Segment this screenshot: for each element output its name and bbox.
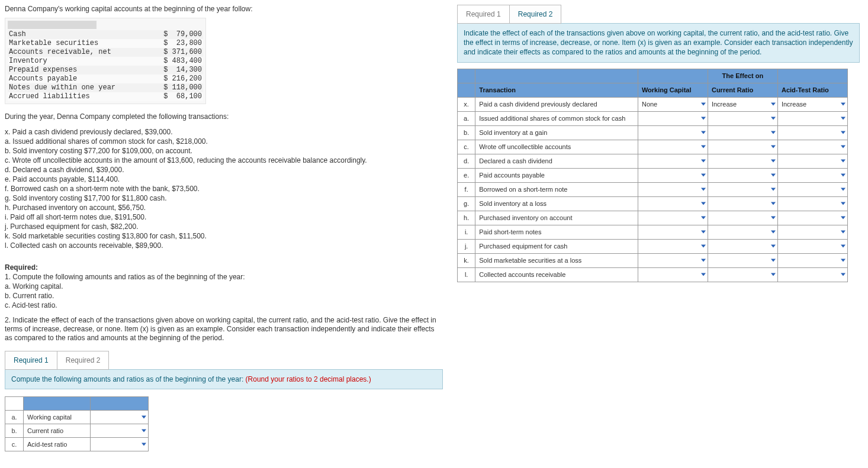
acid-test-ratio-select[interactable] [777, 125, 847, 140]
effects-row-desc: Paid a cash dividend previously declared [475, 97, 638, 111]
acid-test-ratio-select[interactable] [777, 140, 847, 154]
col-transaction: Transaction [475, 83, 638, 97]
current-ratio-select[interactable] [708, 211, 777, 225]
account-amount: $ 483,400 [163, 57, 202, 66]
transaction-line: j. Purchased equipment for cash, $82,200… [5, 222, 443, 231]
account-row: Accrued liabilities$ 68,100 [8, 92, 203, 101]
effects-row: e.Paid accounts payable [458, 168, 848, 182]
ratio-row-label: b. [5, 424, 24, 438]
effects-row: i.Paid short-term notes [458, 225, 848, 239]
ratio-input[interactable] [91, 438, 149, 451]
effects-row-desc: Collected accounts receivable [475, 267, 638, 282]
effects-row-desc: Paid accounts payable [475, 168, 638, 182]
acid-test-ratio-select[interactable]: Increase [777, 97, 847, 111]
rounding-note: (Round your ratios to 2 decimal places.) [246, 375, 371, 383]
acid-test-ratio-select[interactable] [777, 211, 847, 225]
effects-row: x.Paid a cash dividend previously declar… [458, 97, 848, 111]
working-capital-select[interactable] [638, 182, 708, 196]
effects-row: j.Purchased equipment for cash [458, 239, 848, 253]
effects-row-label: e. [458, 168, 475, 182]
effects-row-label: g. [458, 196, 475, 211]
current-ratio-select[interactable] [708, 267, 777, 282]
working-capital-select[interactable] [638, 111, 708, 125]
working-capital-select[interactable] [638, 196, 708, 211]
effects-row-desc: Sold inventory at a loss [475, 196, 638, 211]
effects-table: The Effect on Transaction Working Capita… [457, 69, 848, 282]
acid-test-ratio-select[interactable] [777, 182, 847, 196]
working-capital-select[interactable]: None [638, 97, 708, 111]
acid-test-ratio-select[interactable] [777, 267, 847, 282]
ratio-row-desc: Working capital [24, 411, 91, 424]
acid-test-ratio-select[interactable] [777, 168, 847, 182]
current-ratio-select[interactable] [708, 125, 777, 140]
current-ratio-select[interactable] [708, 140, 777, 154]
required-line-1: 1. Compute the following amounts and rat… [5, 273, 443, 282]
working-capital-select[interactable] [638, 125, 708, 140]
current-ratio-select[interactable] [708, 196, 777, 211]
account-row: Accounts payable$ 216,200 [8, 75, 203, 83]
account-name: Accrued liabilities [9, 92, 90, 101]
account-name: Notes due within one year [9, 83, 115, 92]
account-name: Accounts receivable, net [9, 48, 111, 57]
acid-test-ratio-select[interactable] [777, 111, 847, 125]
effects-row-desc: Declared a cash dividend [475, 154, 638, 168]
transaction-line: a. Issued additional shares of common st… [5, 137, 443, 146]
transaction-line: f. Borrowed cash on a short-term note wi… [5, 185, 443, 193]
account-name: Inventory [9, 57, 47, 66]
acid-test-ratio-select[interactable] [777, 253, 847, 267]
required-line-2: 2. Indicate the effect of each of the tr… [5, 316, 443, 343]
tab-required-2-right[interactable]: Required 2 [509, 5, 562, 24]
effects-row-desc: Purchased equipment for cash [475, 239, 638, 253]
acid-test-ratio-select[interactable] [777, 239, 847, 253]
effects-row: b.Sold inventory at a gain [458, 125, 848, 140]
effects-row-desc: Issued additional shares of common stock… [475, 111, 638, 125]
effects-row-label: f. [458, 182, 475, 196]
right-instruction-bar: Indicate the effect of each of the trans… [457, 23, 860, 63]
tab-required-1[interactable]: Required 1 [5, 351, 57, 370]
working-capital-select[interactable] [638, 239, 708, 253]
transaction-line: h. Purchased inventory on account, $56,7… [5, 204, 443, 212]
account-row: Accounts receivable, net$ 371,600 [8, 48, 203, 57]
required-block: Required: 1. Compute the following amoun… [5, 263, 443, 343]
working-capital-select[interactable] [638, 211, 708, 225]
working-capital-select[interactable] [638, 154, 708, 168]
required-line-1b: b. Current ratio. [5, 292, 443, 301]
problem-intro: Denna Company's working capital accounts… [5, 5, 443, 13]
acid-test-ratio-select[interactable] [777, 196, 847, 211]
working-capital-select[interactable] [638, 168, 708, 182]
acid-test-ratio-select[interactable] [777, 225, 847, 239]
ratio-row: a.Working capital [5, 411, 149, 424]
working-capital-select[interactable] [638, 225, 708, 239]
required-heading: Required: [5, 263, 38, 272]
working-capital-select[interactable] [638, 267, 708, 282]
working-capital-select[interactable] [638, 253, 708, 267]
ratio-row-desc: Acid-test ratio [24, 438, 91, 451]
account-row: Inventory$ 483,400 [8, 57, 203, 66]
account-row: Notes due within one year$ 118,000 [8, 83, 203, 92]
account-amount: $ 14,300 [163, 66, 202, 75]
effects-row-label: x. [458, 97, 475, 111]
transaction-line: k. Sold marketable securities costing $1… [5, 232, 443, 241]
current-ratio-select[interactable] [708, 154, 777, 168]
tab-required-2[interactable]: Required 2 [57, 351, 110, 370]
tab-required-1-right[interactable]: Required 1 [457, 5, 510, 24]
current-ratio-select[interactable] [708, 253, 777, 267]
working-capital-select[interactable] [638, 140, 708, 154]
current-ratio-select[interactable] [708, 168, 777, 182]
effects-row-label: h. [458, 211, 475, 225]
account-name: Cash [9, 30, 26, 39]
transactions-list: x. Paid a cash dividend previously decla… [5, 128, 443, 250]
ratio-input[interactable] [91, 424, 149, 438]
acid-test-ratio-select[interactable] [777, 154, 847, 168]
transaction-line: g. Sold inventory costing $17,700 for $1… [5, 194, 443, 203]
current-ratio-select[interactable] [708, 239, 777, 253]
ratio-row-label: c. [5, 438, 24, 451]
col-working-capital: Working Capital [638, 83, 708, 97]
current-ratio-select[interactable] [708, 225, 777, 239]
ratio-input[interactable] [91, 411, 149, 424]
current-ratio-select[interactable]: Increase [708, 97, 777, 111]
current-ratio-select[interactable] [708, 111, 777, 125]
effects-row-label: b. [458, 125, 475, 140]
current-ratio-select[interactable] [708, 182, 777, 196]
right-tabs: Required 1 Required 2 [457, 5, 860, 24]
